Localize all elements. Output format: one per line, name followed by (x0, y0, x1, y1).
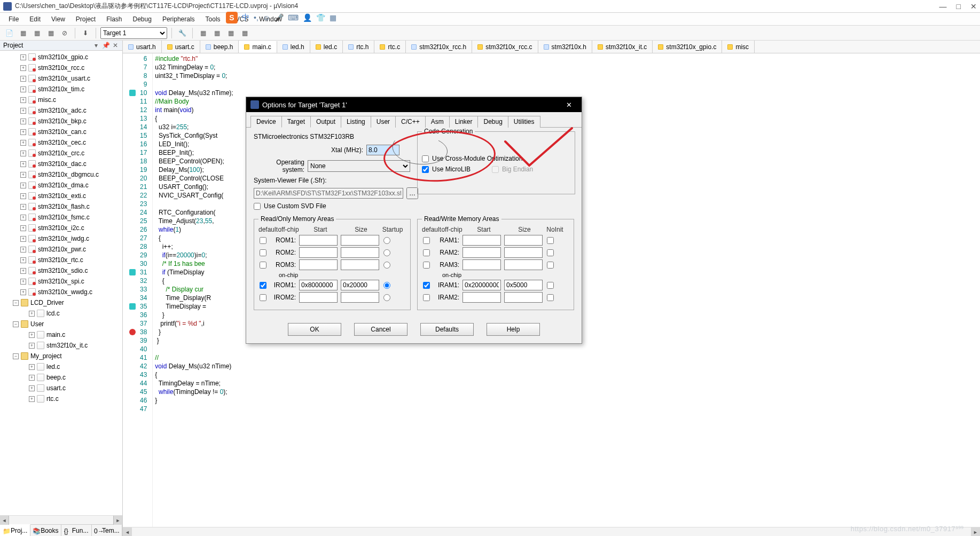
tree-file[interactable]: +stm32f10x_rcc.c (2, 62, 122, 73)
mem-size-input[interactable] (341, 292, 379, 303)
editor-tab[interactable]: beep.h (200, 41, 239, 53)
expand-icon[interactable]: + (20, 193, 26, 199)
editor-tab[interactable]: rtc.c (374, 41, 406, 53)
panel-close-icon[interactable]: ✕ (112, 42, 119, 49)
tree-file[interactable]: +stm32f10x_usart.c (2, 73, 122, 84)
project-hscrollbar[interactable]: ◄ ► (0, 515, 122, 524)
ime-user-icon[interactable]: 👤 (303, 13, 312, 22)
tree-file[interactable]: +usart.c (2, 383, 122, 393)
mem-startup-radio[interactable] (383, 294, 390, 301)
expand-icon[interactable]: + (20, 129, 26, 135)
tree-file[interactable]: +stm32f10x_spi.c (2, 276, 122, 287)
panel-dropdown-icon[interactable]: ▾ (92, 42, 100, 49)
editor-tab[interactable]: led.h (277, 41, 310, 53)
editor-tab[interactable]: main.c (239, 41, 277, 53)
mem-size-input[interactable] (504, 280, 543, 290)
scroll-left-icon[interactable]: ◄ (123, 527, 132, 536)
tree-file[interactable]: +stm32f10x_fsmc.c (2, 212, 122, 223)
bookmark-icon[interactable] (129, 303, 136, 310)
mem-size-input[interactable] (341, 259, 379, 270)
menu-project[interactable]: Project (70, 14, 101, 24)
collapse-icon[interactable]: − (13, 321, 19, 327)
xtal-input[interactable] (366, 145, 399, 155)
mem-start-input[interactable] (462, 247, 501, 258)
custom-svd-checkbox[interactable]: Use Custom SVD File (254, 202, 574, 210)
expand-icon[interactable]: + (20, 108, 26, 114)
scroll-right-icon[interactable]: ► (971, 527, 980, 536)
tree-file[interactable]: +stm32f10x_exti.c (2, 191, 122, 201)
mem-start-input[interactable] (462, 235, 501, 246)
tree-group[interactable]: −My_project (2, 351, 122, 361)
expand-icon[interactable]: + (29, 364, 35, 370)
batch-build-button[interactable]: ▦ (45, 27, 57, 39)
mem-default-check[interactable] (260, 262, 266, 269)
expand-icon[interactable]: + (29, 332, 35, 338)
editor-tab[interactable]: stm32f10x_rcc.h (406, 41, 472, 53)
dialog-tab-linker[interactable]: Linker (449, 116, 479, 128)
expand-icon[interactable]: + (20, 140, 26, 146)
tree-file[interactable]: +misc.c (2, 94, 122, 105)
mem-default-check[interactable] (260, 294, 266, 301)
expand-icon[interactable]: + (20, 161, 26, 167)
expand-icon[interactable]: + (20, 247, 26, 253)
menu-tools[interactable]: Tools (200, 14, 226, 24)
options-button[interactable]: 🔧 (176, 27, 188, 39)
cancel-button[interactable]: Cancel (354, 323, 407, 336)
dialog-tab-device[interactable]: Device (250, 116, 282, 128)
dialog-tab-user[interactable]: User (371, 116, 396, 128)
os-select[interactable]: None (308, 160, 410, 172)
mem-startup-radio[interactable] (383, 249, 390, 256)
expand-icon[interactable]: + (20, 54, 26, 60)
tree-file[interactable]: +stm32f10x_wwdg.c (2, 287, 122, 297)
panel-tab-books[interactable]: 📚Books (30, 525, 61, 536)
close-button[interactable]: ✕ (970, 2, 977, 11)
mem-size-input[interactable] (504, 235, 543, 246)
expand-icon[interactable]: + (20, 236, 26, 242)
mem-start-input[interactable] (299, 280, 338, 290)
expand-icon[interactable]: + (29, 385, 35, 391)
manage3-button[interactable]: ▦ (225, 27, 237, 39)
mem-noinit-check[interactable] (547, 294, 554, 301)
bookmark-icon[interactable] (129, 90, 136, 96)
mem-start-input[interactable] (299, 259, 338, 270)
editor-tab[interactable]: led.c (310, 41, 343, 53)
line-gutter[interactable]: 6789101112131415161718192021222324252627… (137, 53, 153, 527)
tree-file[interactable]: +rtc.c (2, 393, 122, 404)
tree-file[interactable]: +stm32f10x_dma.c (2, 180, 122, 191)
rebuild-button[interactable]: ▦ (31, 27, 43, 39)
code-body[interactable]: #include "rtc.h"u32 TimingDelay = 0;uint… (153, 53, 233, 527)
expand-icon[interactable]: + (29, 311, 35, 317)
tree-file[interactable]: +stm32f10x_dac.c (2, 159, 122, 169)
tree-file[interactable]: +stm32f10x_pwr.c (2, 244, 122, 255)
tree-file[interactable]: +stm32f10x_cec.c (2, 137, 122, 148)
mem-size-input[interactable] (341, 247, 379, 258)
dialog-tab-c/c++[interactable]: C/C++ (395, 116, 426, 128)
tree-file[interactable]: +stm32f10x_i2c.c (2, 223, 122, 233)
expand-icon[interactable]: + (29, 375, 35, 381)
expand-icon[interactable]: + (20, 215, 26, 220)
manage-button[interactable]: ▦ (197, 27, 209, 39)
expand-icon[interactable]: + (20, 86, 26, 92)
mem-start-input[interactable] (299, 235, 338, 246)
microlib-checkbox[interactable]: Use MicroLIB (422, 165, 471, 173)
menu-flash[interactable]: Flash (101, 14, 127, 24)
mem-noinit-check[interactable] (547, 237, 554, 244)
tree-file[interactable]: +stm32f10x_flash.c (2, 201, 122, 212)
ime-tool-icon[interactable]: ▦ (330, 13, 336, 22)
expand-icon[interactable]: + (20, 151, 26, 156)
mem-startup-radio[interactable] (383, 262, 390, 269)
minimize-button[interactable]: — (939, 2, 947, 11)
dialog-tab-utilities[interactable]: Utilities (508, 116, 540, 128)
defaults-button[interactable]: Defaults (420, 323, 474, 336)
ime-shirt-icon[interactable]: 👕 (316, 13, 325, 22)
project-tree[interactable]: +stm32f10x_gpio.c+stm32f10x_rcc.c+stm32f… (0, 51, 122, 515)
tree-file[interactable]: +main.c (2, 329, 122, 340)
mem-default-check[interactable] (260, 237, 266, 244)
dialog-tab-listing[interactable]: Listing (341, 116, 371, 128)
expand-icon[interactable]: + (20, 289, 26, 295)
manage4-button[interactable]: ▦ (239, 27, 250, 39)
expand-icon[interactable]: + (20, 183, 26, 188)
breakpoint-icon[interactable] (129, 329, 136, 335)
editor-tab[interactable]: misc (722, 41, 755, 53)
maximize-button[interactable]: □ (957, 2, 961, 11)
